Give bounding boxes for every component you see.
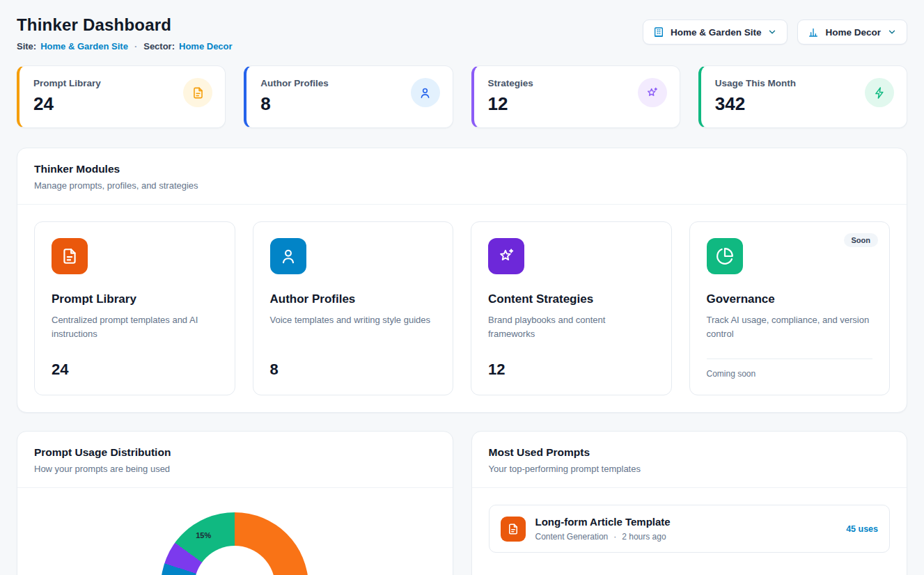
page-title: Thinker Dashboard bbox=[17, 15, 233, 35]
most-used-prompts-panel: Most Used Prompts Your top-performing pr… bbox=[471, 431, 908, 575]
bottom-row: Prompt Usage Distribution How your promp… bbox=[17, 431, 907, 575]
sparkle-star-icon bbox=[488, 238, 524, 274]
item-category: Content Generation bbox=[535, 532, 609, 542]
stat-card-prompt-library: Prompt Library 24 bbox=[17, 65, 226, 128]
stat-card-author-profiles: Author Profiles 8 bbox=[244, 65, 453, 128]
user-icon bbox=[270, 238, 306, 274]
module-card-governance[interactable]: Soon Governance Track AI usage, complian… bbox=[689, 221, 891, 395]
module-card-prompt-library[interactable]: Prompt Library Centralized prompt templa… bbox=[34, 221, 235, 395]
module-description: Centralized prompt templates and AI inst… bbox=[52, 313, 218, 341]
soon-badge: Soon bbox=[844, 233, 879, 247]
site-link[interactable]: Home & Garden Site bbox=[40, 41, 128, 52]
donut-chart: 15% bbox=[161, 512, 308, 575]
item-meta: Content Generation · 2 hours ago bbox=[535, 532, 837, 542]
site-selector[interactable]: Home & Garden Site bbox=[643, 19, 788, 45]
modules-title: Thinker Modules bbox=[34, 163, 890, 175]
module-card-author-profiles[interactable]: Author Profiles Voice templates and writ… bbox=[253, 221, 454, 395]
sector-selector[interactable]: Home Decor bbox=[797, 19, 907, 45]
breadcrumb: Site: Home & Garden Site · Sector: Home … bbox=[17, 41, 233, 52]
module-count: 24 bbox=[52, 361, 218, 379]
module-footer: Coming soon bbox=[707, 359, 873, 379]
modules-subtitle: Manage prompts, profiles, and strategies bbox=[34, 180, 890, 191]
sector-selector-label: Home Decor bbox=[825, 27, 881, 38]
module-description: Track AI usage, compliance, and version … bbox=[707, 313, 873, 341]
breadcrumb-separator: · bbox=[134, 41, 137, 52]
module-description: Brand playbooks and content frameworks bbox=[488, 313, 655, 341]
module-description: Voice templates and writing style guides bbox=[270, 313, 437, 327]
prompts-subtitle: Your top-performing prompt templates bbox=[489, 464, 891, 474]
modules-header: Thinker Modules Manage prompts, profiles… bbox=[17, 148, 907, 205]
chevron-down-icon bbox=[767, 27, 777, 37]
stats-row: Prompt Library 24 Author Profiles 8 Stra… bbox=[17, 65, 907, 128]
item-title: Long-form Article Template bbox=[535, 516, 837, 528]
title-block: Thinker Dashboard Site: Home & Garden Si… bbox=[17, 15, 233, 52]
topbar: Thinker Dashboard Site: Home & Garden Si… bbox=[17, 15, 907, 52]
building-icon bbox=[653, 26, 664, 38]
prompt-usage-panel: Prompt Usage Distribution How your promp… bbox=[17, 431, 453, 575]
chart-header: Prompt Usage Distribution How your promp… bbox=[17, 432, 453, 488]
prompts-header: Most Used Prompts Your top-performing pr… bbox=[472, 432, 907, 488]
prompt-list: Long-form Article Template Content Gener… bbox=[472, 488, 907, 569]
stat-card-usage: Usage This Month 342 bbox=[698, 65, 907, 128]
module-title: Content Strategies bbox=[488, 292, 655, 306]
module-count: 12 bbox=[488, 361, 655, 379]
chevron-down-icon bbox=[887, 27, 897, 37]
item-uses-badge: 45 uses bbox=[846, 524, 878, 534]
module-title: Governance bbox=[707, 292, 873, 306]
lightning-icon bbox=[865, 78, 894, 107]
prompts-title: Most Used Prompts bbox=[489, 446, 891, 459]
modules-grid: Prompt Library Centralized prompt templa… bbox=[17, 205, 907, 412]
user-icon bbox=[411, 78, 440, 107]
sparkle-star-icon bbox=[638, 78, 667, 107]
donut-slice-label: 15% bbox=[196, 531, 211, 539]
item-time: 2 hours ago bbox=[622, 532, 666, 542]
thinker-modules-panel: Thinker Modules Manage prompts, profiles… bbox=[17, 148, 907, 413]
list-item[interactable]: Long-form Article Template Content Gener… bbox=[489, 505, 891, 553]
sector-label: Sector: bbox=[143, 41, 175, 52]
top-actions: Home & Garden Site Home Decor bbox=[643, 19, 907, 45]
document-icon bbox=[501, 517, 526, 542]
sector-link[interactable]: Home Decor bbox=[179, 41, 233, 52]
document-icon bbox=[52, 238, 88, 274]
module-count: 8 bbox=[270, 361, 437, 379]
stat-card-strategies: Strategies 12 bbox=[471, 65, 680, 128]
site-selector-label: Home & Garden Site bbox=[671, 27, 762, 38]
pie-chart-icon bbox=[707, 238, 743, 274]
bar-chart-icon bbox=[808, 26, 819, 38]
chart-title: Prompt Usage Distribution bbox=[34, 446, 436, 459]
module-title: Author Profiles bbox=[270, 292, 437, 306]
document-icon bbox=[183, 78, 212, 107]
item-body: Long-form Article Template Content Gener… bbox=[535, 516, 837, 542]
site-label: Site: bbox=[17, 41, 36, 52]
module-card-content-strategies[interactable]: Content Strategies Brand playbooks and c… bbox=[471, 221, 672, 395]
chart-area: 15% bbox=[17, 488, 453, 575]
module-title: Prompt Library bbox=[52, 292, 218, 306]
item-separator: · bbox=[613, 532, 616, 542]
chart-subtitle: How your prompts are being used bbox=[34, 464, 436, 474]
dashboard-page: Thinker Dashboard Site: Home & Garden Si… bbox=[0, 0, 924, 575]
